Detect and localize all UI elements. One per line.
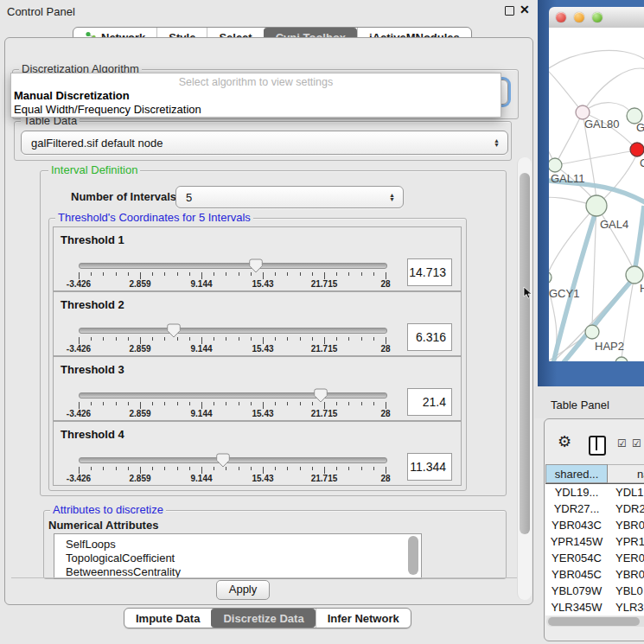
checkbox-icon[interactable]: ☑ — [632, 437, 641, 450]
table-row[interactable]: YBL079WYBL0 — [545, 583, 644, 599]
slider-thumb[interactable] — [167, 323, 181, 338]
slider-track[interactable] — [79, 392, 387, 399]
cell-shared-name: YDL19... — [545, 484, 608, 501]
minimize-traffic-light[interactable] — [574, 12, 584, 22]
scale-label: 9.144 — [190, 409, 212, 418]
cell-shared-name: YBR043C — [545, 517, 608, 533]
table-row[interactable]: YDR27...YDR2 — [545, 501, 644, 517]
network-window-titlebar[interactable] — [549, 7, 644, 29]
scale-label: 15.43 — [252, 279, 273, 289]
close-icon[interactable]: ✕ — [520, 3, 530, 16]
network-edge[interactable] — [555, 151, 631, 165]
table-row[interactable]: YPR145WYPR1 — [545, 533, 644, 550]
slider-track[interactable] — [79, 328, 387, 334]
cell-name: YLR3 — [615, 599, 644, 615]
table-hscrollbar-track[interactable] — [546, 616, 644, 627]
network-edge[interactable] — [557, 112, 583, 163]
app-root: Control Panel ✕ NetworkStyleSelectCyni T… — [0, 0, 644, 644]
threshold-panel-2: Threshold 2-3.4262.8599.14415.4321.71528… — [53, 291, 462, 356]
table-hscrollbar-thumb[interactable] — [548, 617, 640, 626]
panel-scrollbar-thumb[interactable] — [520, 173, 530, 534]
cell-name: YPR1 — [615, 533, 644, 550]
number-of-intervals-label: Number of Intervals — [71, 190, 176, 203]
popup-hint: Select algorithm to view settings — [11, 76, 501, 88]
slider-thumb[interactable] — [216, 453, 230, 468]
scale-label: 21.715 — [311, 409, 338, 418]
attribute-item[interactable]: TopologicalCoefficient — [66, 552, 175, 565]
bottom-tab-bar: Impute DataDiscretize DataInfer Network — [124, 608, 411, 628]
slider-track[interactable] — [79, 263, 387, 269]
network-node-node-red[interactable] — [630, 143, 644, 156]
control-panel-titlebar: Control Panel ✕ — [0, 0, 534, 22]
cell-name: YBR0 — [615, 566, 644, 583]
viewport-divider — [11, 577, 530, 578]
network-edge[interactable] — [549, 50, 644, 78]
cell-shared-name: YBR045C — [545, 566, 608, 583]
attributes-group-title: Attributes to discretize — [50, 504, 166, 515]
network-edge-thick[interactable] — [634, 206, 644, 271]
scale-label: 15.43 — [252, 474, 273, 483]
network-node-label: GAL80 — [584, 118, 619, 131]
panel-scrollbar-track[interactable] — [517, 157, 532, 600]
number-of-intervals-combobox[interactable]: 5 ▲▼ — [175, 186, 404, 208]
slider-ticks — [79, 337, 386, 345]
network-edge[interactable] — [549, 197, 590, 204]
cell-name: YDL1 — [615, 484, 644, 501]
cell-shared-name: YDR27... — [545, 501, 608, 517]
tab-infer-network[interactable]: Infer Network — [316, 609, 411, 628]
network-node-label: GAL4 — [600, 218, 628, 231]
popup-item-manual-discretization[interactable]: Manual Discretization — [14, 89, 130, 102]
cell-name: YDR2 — [615, 501, 644, 517]
network-canvas[interactable]: GAL80GACGAL11GAL4GCY1HHAP2 — [549, 28, 644, 361]
threshold-value-field[interactable]: 14.713 — [407, 258, 452, 286]
scale-label: 2.859 — [129, 344, 150, 354]
attribute-item[interactable]: SelfLoops — [66, 538, 116, 552]
network-edge[interactable] — [549, 130, 553, 161]
threshold-value-field[interactable]: 6.316 — [407, 323, 452, 351]
tab-discretize-data[interactable]: Discretize Data — [211, 609, 315, 628]
network-edge[interactable] — [583, 68, 644, 112]
table-row[interactable]: YBR043CYBR0 — [545, 517, 644, 533]
network-node-node-bottom[interactable] — [615, 357, 628, 361]
network-node-GAL11[interactable] — [549, 158, 562, 172]
network-node-GAL4[interactable] — [586, 195, 607, 216]
tab-impute-data[interactable]: Impute Data — [124, 609, 211, 628]
network-node-node-H[interactable] — [626, 266, 643, 284]
checkbox-icon[interactable]: ☑ — [617, 437, 627, 450]
network-node-GCY1[interactable] — [549, 271, 552, 284]
attributes-scrollbar[interactable] — [408, 536, 418, 575]
table-data-value: galFiltered.sif default node — [22, 137, 492, 150]
column-header-name[interactable]: na — [608, 464, 644, 483]
table-header-row: shared... na — [545, 464, 644, 484]
threshold-label: Threshold 1 — [61, 233, 124, 246]
number-of-intervals-value: 5 — [176, 191, 387, 204]
table-body: YDL19...YDL1YDR27...YDR2YBR043CYBR0YPR14… — [545, 484, 644, 615]
table-row[interactable]: YER054CYER0 — [545, 550, 644, 566]
threshold-value-field[interactable]: 21.4 — [407, 388, 452, 416]
threshold-label: Threshold 3 — [61, 363, 124, 376]
slider-thumb[interactable] — [314, 388, 328, 403]
gear-icon[interactable]: ⚙ — [558, 432, 571, 451]
network-edge[interactable] — [549, 62, 583, 112]
float-window-icon[interactable] — [505, 6, 514, 16]
popup-item-equal-width-frequency[interactable]: Equal Width/Frequency Discretization — [14, 103, 201, 116]
scale-label: 2.859 — [129, 279, 150, 289]
zoom-traffic-light[interactable] — [592, 12, 603, 22]
table-row[interactable]: YLR345WYLR3 — [545, 599, 644, 615]
numerical-attributes-label: Numerical Attributes — [48, 519, 158, 532]
table-data-combobox[interactable]: galFiltered.sif default node ▲▼ — [21, 131, 508, 155]
network-node-HAP2[interactable] — [585, 325, 599, 339]
slider-thumb[interactable] — [249, 258, 263, 273]
table-row[interactable]: YBR045CYBR0 — [545, 566, 644, 583]
close-traffic-light[interactable] — [556, 12, 566, 22]
column-header-shared-name[interactable]: shared... — [545, 464, 608, 483]
slider-ticks — [79, 272, 386, 280]
slider-track[interactable] — [79, 457, 387, 463]
table-panel-title: Table Panel — [551, 399, 609, 411]
numerical-attributes-list[interactable]: SelfLoopsTopologicalCoefficientBetweenne… — [54, 533, 422, 579]
threshold-value-field[interactable]: 11.344 — [407, 453, 452, 481]
apply-button[interactable]: Apply — [216, 580, 270, 600]
split-columns-icon[interactable] — [589, 436, 606, 456]
table-row[interactable]: YDL19...YDL1 — [545, 484, 644, 501]
cell-shared-name: YLR345W — [545, 599, 608, 615]
